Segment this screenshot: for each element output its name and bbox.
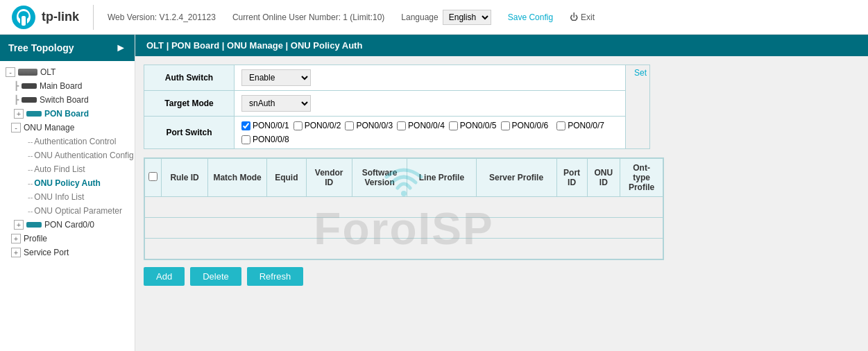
table-body — [145, 197, 663, 259]
port-switch-checkboxes: PON0/0/1 PON0/0/2 PON0/0/3 PON0/0/4 — [241, 121, 618, 144]
sidebar-item-onu-optical[interactable]: -- ONU Optical Parameter — [0, 204, 135, 218]
port-pon008-label[interactable]: PON0/0/8 — [241, 135, 289, 144]
onu-optical-dash: -- — [28, 207, 33, 215]
header: tp-link Web Version: V1.2.4_201123 Curre… — [0, 0, 868, 35]
language-dropdown[interactable]: English — [443, 10, 491, 25]
delete-button[interactable]: Delete — [190, 267, 241, 286]
port-pon002-checkbox[interactable] — [293, 121, 303, 130]
pon-board-label: PON Board — [44, 109, 89, 119]
config-table: Auth Switch Enable Disable Set Target Mo… — [144, 65, 650, 149]
port-switch-label: Port Switch — [144, 117, 235, 149]
profile-expand-icon[interactable]: + — [11, 234, 21, 243]
port-pon006-label[interactable]: PON0/0/6 — [501, 121, 549, 130]
sidebar-item-switch-board[interactable]: ┣ Switch Board — [0, 93, 135, 107]
port-pon001-checkbox[interactable] — [241, 121, 250, 130]
olt-device-icon — [18, 69, 37, 76]
main-board-connector: ┣ — [14, 81, 19, 91]
save-config-link[interactable]: Save Config — [508, 12, 553, 22]
port-pon008-checkbox[interactable] — [241, 135, 250, 144]
logo-container: tp-link — [11, 5, 94, 30]
auto-find-label: Auto Find List — [34, 164, 85, 174]
sidebar-item-profile[interactable]: + Profile — [0, 232, 135, 246]
col-match-mode: Match Mode — [208, 159, 267, 197]
sidebar-item-olt[interactable]: - OLT — [0, 65, 135, 79]
onu-auth-config-dash: -- — [28, 151, 33, 160]
service-port-expand-icon[interactable]: + — [11, 248, 21, 257]
onu-policy-auth-label: ONU Policy Auth — [34, 178, 101, 188]
onu-optical-label: ONU Optical Parameter — [34, 206, 122, 216]
sidebar-item-onu-manage[interactable]: - ONU Manage — [0, 121, 135, 135]
main-board-label: Main Board — [40, 81, 82, 91]
sidebar-item-pon-board[interactable]: + PON Board — [0, 107, 135, 121]
pon-card-icon — [26, 222, 42, 228]
port-pon004-label[interactable]: PON0/0/4 — [397, 121, 445, 130]
port-pon003-checkbox[interactable] — [345, 121, 354, 130]
port-pon002-label[interactable]: PON0/0/2 — [293, 121, 341, 130]
language-label: Language — [401, 12, 438, 22]
table-empty-row-1 — [145, 197, 663, 218]
col-rule-id: Rule ID — [162, 159, 208, 197]
port-pon005-checkbox[interactable] — [449, 121, 458, 130]
sidebar-item-onu-auth-config[interactable]: -- ONU Authentication Config — [0, 148, 135, 162]
sidebar-header: Tree Topology ► — [0, 35, 135, 61]
onu-manage-expand-icon[interactable]: - — [11, 123, 21, 132]
onu-info-label: ONU Info List — [34, 192, 84, 202]
port-pon005-label[interactable]: PON0/0/5 — [449, 121, 497, 130]
service-port-label: Service Port — [24, 248, 69, 257]
onu-info-dash: -- — [28, 193, 33, 201]
sidebar-item-service-port[interactable]: + Service Port — [0, 246, 135, 259]
sidebar-item-auth-control[interactable]: -- Authentication Control — [0, 135, 135, 148]
select-all-checkbox[interactable] — [148, 172, 158, 181]
auth-switch-row: Auth Switch Enable Disable Set — [144, 65, 650, 91]
auth-switch-select[interactable]: Enable Disable — [241, 69, 311, 86]
sidebar-item-auto-find[interactable]: -- Auto Find List — [0, 162, 135, 176]
olt-label: OLT — [40, 67, 56, 77]
col-ont-type-profile: Ont-typeProfile — [620, 159, 663, 197]
data-table-wrapper: ForoISP Rule ID Match Mode Equid VendorI… — [144, 157, 664, 260]
col-line-profile: Line Profile — [407, 159, 476, 197]
sidebar-item-pon-card[interactable]: + PON Card0/0 — [0, 218, 135, 232]
main-board-icon — [22, 83, 37, 89]
set-link[interactable]: Set — [629, 68, 647, 78]
pon-card-expand-icon[interactable]: + — [14, 220, 24, 230]
breadcrumb: OLT | PON Board | ONU Manage | ONU Polic… — [135, 35, 868, 56]
add-button[interactable]: Add — [144, 267, 185, 286]
col-vendor-id: VendorID — [306, 159, 352, 197]
refresh-button[interactable]: Refresh — [247, 267, 304, 286]
switch-board-label: Switch Board — [40, 95, 89, 105]
sidebar-toggle-icon[interactable]: ► — [115, 42, 126, 54]
pon-card-label: PON Card0/0 — [44, 220, 94, 230]
sidebar-item-onu-policy-auth[interactable]: -- ONU Policy Auth — [0, 176, 135, 190]
port-pon003-label[interactable]: PON0/0/3 — [345, 121, 393, 130]
port-pon004-checkbox[interactable] — [397, 121, 406, 130]
col-check — [145, 159, 162, 197]
table-empty-row-2 — [145, 218, 663, 239]
port-pon007-checkbox[interactable] — [556, 121, 565, 130]
header-info: Web Version: V1.2.4_201123 Current Onlin… — [108, 10, 857, 25]
olt-expand-icon[interactable]: - — [6, 67, 15, 77]
content-area: OLT | PON Board | ONU Manage | ONU Polic… — [135, 35, 868, 351]
sidebar-tree: - OLT ┣ Main Board ┣ Switch Board + PON … — [0, 61, 135, 264]
sidebar-item-main-board[interactable]: ┣ Main Board — [0, 79, 135, 93]
language-selector[interactable]: Language English — [401, 10, 491, 25]
col-equid: Equid — [267, 159, 306, 197]
breadcrumb-path: OLT | PON Board | ONU Manage | ONU Polic… — [146, 40, 362, 51]
target-mode-select[interactable]: snAuth macAuth sn-macAuth hybridAuth — [241, 95, 311, 112]
sidebar-item-onu-info[interactable]: -- ONU Info List — [0, 190, 135, 204]
port-pon001-label[interactable]: PON0/0/1 — [241, 121, 289, 130]
onu-auth-config-label: ONU Authentication Config — [34, 151, 133, 160]
pon-board-expand-icon[interactable]: + — [14, 109, 24, 119]
svg-rect-1 — [22, 16, 26, 26]
main-panel: Auth Switch Enable Disable Set Target Mo… — [135, 56, 868, 351]
online-users: Current Online User Number: 1 (Limit:10) — [232, 12, 384, 22]
exit-button[interactable]: ⏻ Exit — [570, 12, 595, 22]
onu-policy-auth-dash: -- — [28, 179, 33, 187]
tplink-logo-icon — [11, 5, 36, 30]
sidebar: Tree Topology ► - OLT ┣ Main Board ┣ Swi… — [0, 35, 135, 351]
power-icon: ⏻ — [570, 12, 578, 22]
target-mode-value-cell: snAuth macAuth sn-macAuth hybridAuth — [235, 91, 626, 117]
port-pon007-label[interactable]: PON0/0/7 — [556, 121, 604, 130]
port-pon006-checkbox[interactable] — [501, 121, 510, 130]
action-buttons: Add Delete Refresh — [144, 267, 860, 286]
auth-switch-value-cell: Enable Disable — [235, 65, 626, 91]
